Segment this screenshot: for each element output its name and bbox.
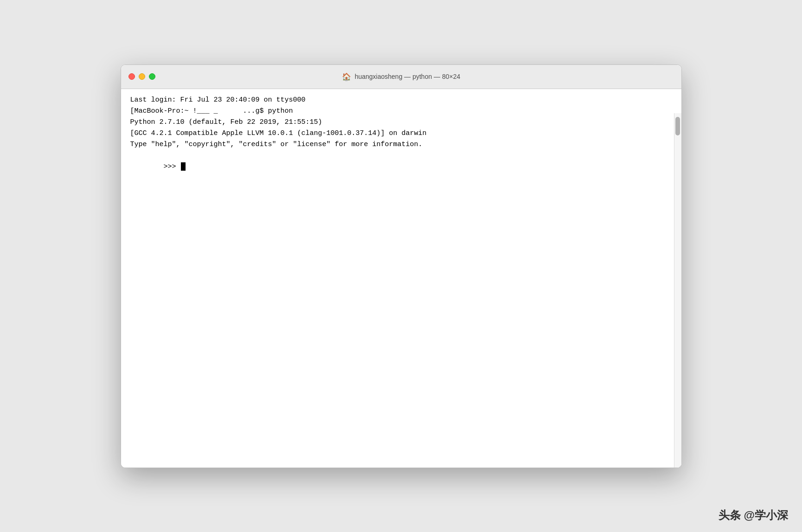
terminal-line-2: [MacBook-Pro:~ !___ _ ...g$ python (130, 106, 672, 117)
watermark: 头条 @学小深 (719, 508, 788, 523)
prompt-text: >>> (164, 163, 180, 171)
titlebar: 🏠 huangxiaosheng — python — 80×24 (121, 65, 681, 89)
terminal-line-5: Type "help", "copyright", "credits" or "… (130, 139, 672, 150)
terminal-line-1: Last login: Fri Jul 23 20:40:09 on ttys0… (130, 95, 672, 106)
maximize-button[interactable] (149, 73, 155, 80)
terminal-window: 🏠 huangxiaosheng — python — 80×24 Last l… (121, 64, 682, 468)
terminal-line-3: Python 2.7.10 (default, Feb 22 2019, 21:… (130, 117, 672, 128)
cursor (181, 162, 186, 171)
scrollbar[interactable] (674, 113, 681, 468)
terminal-line-4: [GCC 4.2.1 Compatible Apple LLVM 10.0.1 … (130, 128, 672, 139)
scrollbar-thumb[interactable] (675, 117, 680, 135)
title-text: huangxiaosheng — python — 80×24 (355, 73, 461, 80)
minimize-button[interactable] (139, 73, 145, 80)
close-button[interactable] (128, 73, 135, 80)
window-title: 🏠 huangxiaosheng — python — 80×24 (342, 72, 461, 81)
traffic-lights (128, 73, 155, 80)
home-icon: 🏠 (342, 72, 351, 81)
terminal-prompt-line[interactable]: >>> (130, 150, 672, 184)
terminal-body[interactable]: Last login: Fri Jul 23 20:40:09 on ttys0… (121, 89, 681, 468)
